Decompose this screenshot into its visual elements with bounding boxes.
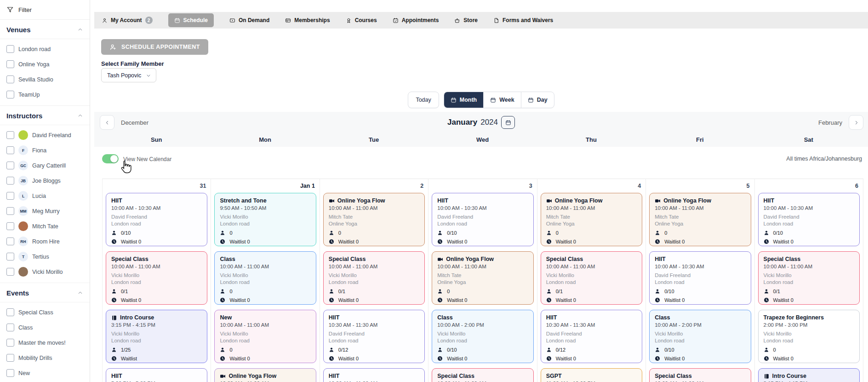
- event-card[interactable]: Online Yoga Flow 10:00 AM - 11:00 AM Mit…: [432, 251, 533, 305]
- view-new-calendar-toggle[interactable]: [102, 154, 119, 163]
- nav-tab[interactable]: Memberships: [285, 17, 330, 23]
- event-card[interactable]: HIIT 10:30 AM - 11:30 AM: [323, 368, 425, 382]
- event-card[interactable]: Online Yoga Flow 10:30 AM - 11:00 AM: [214, 368, 316, 382]
- filter-item[interactable]: New: [6, 365, 90, 381]
- event-card[interactable]: HIIT 10:00 AM - 10:30 AM David Freeland …: [432, 193, 533, 246]
- filter-checkbox[interactable]: [6, 308, 14, 316]
- filter-item[interactable]: MM Meg Murry: [6, 203, 90, 219]
- filter-item-label: Joe Bloggs: [32, 178, 61, 184]
- view-button[interactable]: Day: [521, 92, 554, 108]
- event-title: Class: [220, 256, 235, 262]
- filter-checkbox[interactable]: [6, 222, 14, 230]
- event-card[interactable]: Special Class 10:00 AM - 11:00 AM Vicki …: [541, 251, 642, 305]
- event-time: 10:00 AM - 11:00 AM: [437, 264, 528, 269]
- filter-checkbox[interactable]: [6, 253, 14, 260]
- filter-checkbox[interactable]: [6, 91, 14, 98]
- filter-item[interactable]: GC Gary Catterill: [6, 158, 90, 173]
- event-card[interactable]: Special Class 10:00 AM - 11:00 AM Vicki …: [323, 251, 425, 305]
- filter-checkbox[interactable]: [6, 177, 14, 185]
- filter-checkbox[interactable]: [6, 339, 14, 347]
- filter-item[interactable]: L Lucia: [6, 188, 90, 203]
- filter-item[interactable]: F Fiona: [6, 143, 90, 158]
- filter-checkbox[interactable]: [6, 237, 14, 245]
- filter-checkbox[interactable]: [6, 162, 14, 169]
- chevron-up-icon[interactable]: [77, 27, 83, 33]
- nav-tab[interactable]: Appointments: [393, 17, 439, 23]
- event-card[interactable]: Special Class 10:00 AM - 11:00 AM: [649, 368, 751, 382]
- prev-month-label[interactable]: December: [121, 119, 148, 126]
- filter-checkbox[interactable]: [6, 324, 14, 331]
- event-card[interactable]: HIIT 10:30 AM - 11:30 AM David Freeland …: [541, 310, 642, 363]
- filter-item[interactable]: London road: [6, 41, 90, 57]
- filter-item[interactable]: Mobility Drills: [6, 350, 90, 365]
- filter-item[interactable]: Sevilla Studio: [6, 72, 90, 87]
- event-card[interactable]: HIIT 10:30 AM - 11:30 AM David Freeland …: [323, 310, 425, 363]
- nav-tab[interactable]: Courses: [346, 17, 377, 23]
- event-card[interactable]: Class 10:00 AM - 2:00 PM Vicki Morillo L…: [649, 310, 751, 363]
- filter-item[interactable]: Online Yoga: [6, 57, 90, 72]
- event-card[interactable]: Stretch and Tone 9:50 AM - 10:50 AM Vick…: [214, 193, 316, 246]
- filter-checkbox[interactable]: [6, 131, 14, 139]
- event-card[interactable]: HIIT 10:00 AM - 10:30 AM David Freeland …: [106, 193, 207, 246]
- next-month-label[interactable]: February: [818, 119, 842, 126]
- day-events: HIIT 10:00 AM - 10:30 AM David Freeland …: [432, 193, 533, 382]
- nav-tab[interactable]: My Account 2: [102, 17, 153, 24]
- event-card[interactable]: New 10:00 AM - 11:00 AM Vicki Morillo Lo…: [214, 310, 316, 363]
- filter-checkbox[interactable]: [6, 207, 14, 215]
- filter-checkbox[interactable]: [6, 192, 14, 200]
- filter-checkbox[interactable]: [6, 75, 14, 83]
- event-card[interactable]: Class 10:00 AM - 2:00 PM Vicki Morillo L…: [432, 310, 533, 363]
- event-card[interactable]: Trapeze for Beginners 2:00 PM - 3:00 PM …: [758, 310, 860, 363]
- event-card[interactable]: Online Yoga Flow 10:00 AM - 11:00 AM Mit…: [541, 193, 642, 246]
- filter-toggle[interactable]: Filter: [0, 0, 90, 20]
- event-card[interactable]: Special Class 10:00 AM - 11:00 AM Vicki …: [106, 251, 207, 305]
- month-picker-button[interactable]: [501, 116, 515, 129]
- nav-tab[interactable]: On Demand: [229, 17, 269, 23]
- filter-checkbox[interactable]: [6, 369, 14, 377]
- family-member-select[interactable]: Tash Popovic: [101, 68, 156, 82]
- filter-item[interactable]: JB Joe Bloggs: [6, 173, 90, 188]
- event-card[interactable]: Class 10:00 AM - 11:00 AM Vicki Morillo …: [214, 251, 316, 305]
- event-card[interactable]: Online Yoga Flow 10:00 AM - 11:00 AM Mit…: [323, 193, 425, 246]
- filter-item[interactable]: Mitch Tate: [6, 219, 90, 234]
- event-card[interactable]: Special Class 10:00 AM - 11:00 AM Vicki …: [758, 251, 860, 305]
- event-card[interactable]: Online Yoga Flow 10:00 AM - 11:00 AM Mit…: [649, 193, 751, 246]
- event-card[interactable]: Intro Course 3:15 PM - 4:15 PM: [758, 368, 860, 382]
- chevron-up-icon[interactable]: [77, 290, 83, 296]
- event-venue: Online Yoga: [329, 220, 419, 227]
- event-card[interactable]: HIIT 5:00 PM - 5:30 PM: [106, 368, 207, 382]
- filter-checkbox[interactable]: [6, 354, 14, 362]
- chevron-up-icon[interactable]: [77, 113, 83, 119]
- filter-checkbox[interactable]: [6, 268, 14, 276]
- event-venue: London road: [764, 220, 854, 227]
- filter-item[interactable]: RH Room Hire: [6, 234, 90, 249]
- event-instructor: David Freeland: [111, 214, 202, 220]
- section-header[interactable]: Instructors: [0, 106, 90, 125]
- filter-item[interactable]: TeamUp: [6, 87, 90, 102]
- section-header[interactable]: Events: [0, 283, 90, 302]
- event-card[interactable]: HIIT 10:00 AM - 10:30 AM David Freeland …: [758, 193, 860, 246]
- filter-checkbox[interactable]: [6, 45, 14, 53]
- view-button[interactable]: Month: [444, 92, 483, 108]
- filter-checkbox[interactable]: [6, 146, 14, 154]
- nav-tab[interactable]: Store: [454, 17, 478, 23]
- event-card[interactable]: Special Class 10:00 AM - 11:00 AM: [432, 368, 533, 382]
- today-button[interactable]: Today: [408, 92, 439, 108]
- nav-tab[interactable]: Forms and Waivers: [493, 17, 553, 23]
- event-card[interactable]: SGPT 11:00 AM - 12:00 PM: [541, 368, 642, 382]
- filter-item[interactable]: David Freeland: [6, 127, 90, 143]
- prev-month-button[interactable]: [100, 115, 114, 130]
- filter-item[interactable]: Class: [6, 320, 90, 335]
- filter-checkbox[interactable]: [6, 60, 14, 68]
- nav-tab[interactable]: Schedule: [168, 13, 214, 27]
- next-month-button[interactable]: [849, 115, 863, 130]
- view-button[interactable]: Week: [483, 92, 520, 108]
- filter-item[interactable]: Master the moves!: [6, 335, 90, 350]
- schedule-appointment-button[interactable]: SCHEDULE APPOINTMENT: [101, 39, 208, 55]
- section-header[interactable]: Venues: [0, 20, 90, 39]
- event-card[interactable]: HIIT 10:00 AM - 10:30 AM David Freeland …: [649, 251, 751, 305]
- filter-item[interactable]: T Tertius: [6, 249, 90, 264]
- event-card[interactable]: Intro Course 3:15 PM - 4:15 PM Vicki Mor…: [106, 310, 207, 363]
- filter-item[interactable]: Vicki Morillo: [6, 264, 90, 279]
- filter-item[interactable]: Special Class: [6, 305, 90, 320]
